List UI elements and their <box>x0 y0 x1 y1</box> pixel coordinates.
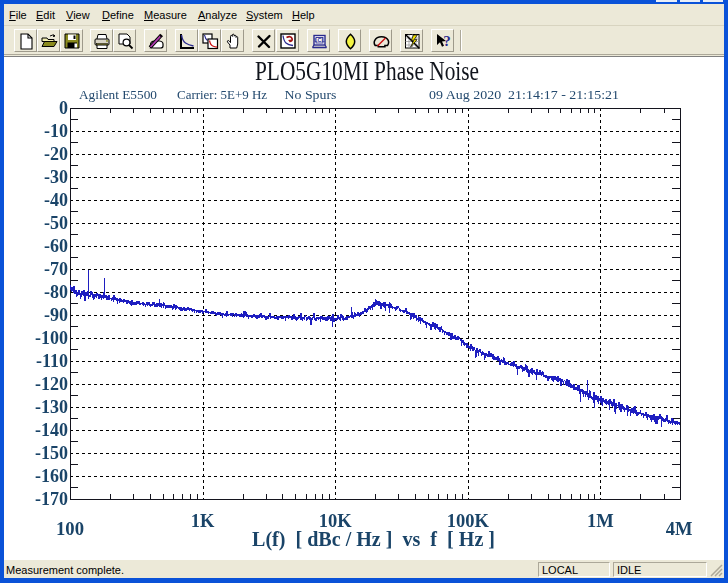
svg-text:No Spurs: No Spurs <box>285 87 337 102</box>
svg-text:-100: -100 <box>35 328 68 348</box>
svg-text:-30: -30 <box>44 167 68 187</box>
svg-text:4M: 4M <box>666 519 693 539</box>
svg-text:-80: -80 <box>44 282 68 302</box>
svg-text:-90: -90 <box>44 305 68 325</box>
svg-text:Carrier: 5E+9 Hz: Carrier: 5E+9 Hz <box>177 87 267 102</box>
svg-text:PLO5G10MI Phase Noise: PLO5G10MI Phase Noise <box>255 57 479 86</box>
svg-text:-120: -120 <box>35 374 68 394</box>
svg-text:-20: -20 <box>44 144 68 164</box>
svg-text:Agilent E5500: Agilent E5500 <box>79 87 157 102</box>
svg-text:-130: -130 <box>35 397 68 417</box>
svg-text:1M: 1M <box>587 511 614 531</box>
svg-text:-160: -160 <box>35 466 68 486</box>
svg-text:L(f) [ dBc / Hz ] vs f [ H: L(f) [ dBc / Hz ] vs f [ Hz ] <box>252 527 495 551</box>
svg-text:-60: -60 <box>44 236 68 256</box>
svg-text:-10: -10 <box>44 121 68 141</box>
svg-text:-40: -40 <box>44 190 68 210</box>
svg-text:-140: -140 <box>35 420 68 440</box>
svg-text:100: 100 <box>56 519 84 539</box>
svg-text:0: 0 <box>59 98 68 118</box>
svg-text:-150: -150 <box>35 443 68 463</box>
svg-text:09 Aug 2020 21:14:17 - 21:15:: 09 Aug 2020 21:14:17 - 21:15:21 <box>429 87 619 102</box>
svg-text:?: ? <box>443 33 451 49</box>
svg-text:-170: -170 <box>35 489 68 509</box>
svg-text:1K: 1K <box>191 511 215 531</box>
svg-text:-70: -70 <box>44 259 68 279</box>
svg-text:LCL: LCL <box>314 37 325 43</box>
svg-text:-50: -50 <box>44 213 68 233</box>
svg-text:-110: -110 <box>36 351 68 371</box>
